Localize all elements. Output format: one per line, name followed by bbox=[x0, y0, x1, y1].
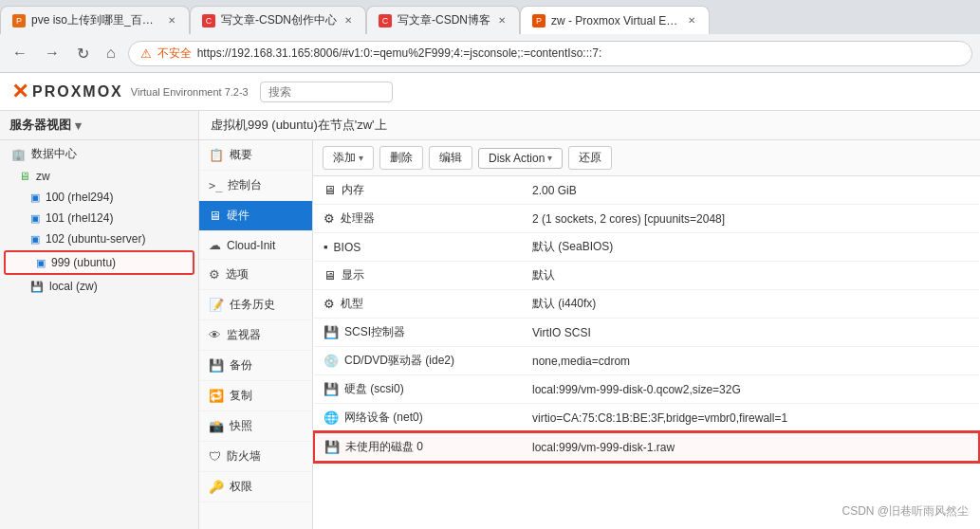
tab-close-1[interactable]: ✕ bbox=[342, 13, 354, 27]
row-name-memory: 🖥 内存 bbox=[314, 176, 523, 205]
vm-nav-snapshot[interactable]: 📸 快照 bbox=[199, 411, 312, 442]
tab-favicon-2: C bbox=[379, 14, 392, 27]
sidebar-item-vm-101-label: 101 (rhel124) bbox=[46, 211, 113, 225]
row-value-network: virtio=CA:75:C8:1B:BE:3F,bridge=vmbr0,fi… bbox=[523, 404, 979, 433]
firewall-icon: 🛡 bbox=[209, 449, 221, 464]
vm-panel: 📋 概要 >_ 控制台 🖥 硬件 ☁ Clo bbox=[199, 140, 980, 529]
add-dropdown-arrow: ▾ bbox=[359, 153, 363, 163]
vm-nav-backup[interactable]: 💾 备份 bbox=[199, 351, 312, 381]
tab-close-2[interactable]: ✕ bbox=[496, 13, 508, 27]
vm-nav-hardware[interactable]: 🖥 硬件 bbox=[199, 201, 312, 231]
hardware-rows-table: 🖥 内存 2.00 GiB bbox=[313, 176, 980, 463]
vm-nav-monitor[interactable]: 👁 监视器 bbox=[199, 320, 312, 351]
tab-close-0[interactable]: ✕ bbox=[166, 13, 177, 27]
sidebar-item-vm-999[interactable]: ▣ 999 (ubuntu) bbox=[4, 250, 194, 275]
sidebar-item-vm-100[interactable]: ▣ 100 (rhel294) bbox=[0, 187, 198, 208]
sidebar: 服务器视图 ▾ 🏢 数据中心 🖥 zw bbox=[0, 111, 199, 529]
vm-nav-permissions[interactable]: 🔑 权限 bbox=[199, 472, 312, 502]
hardware-table: 🖥 内存 2.00 GiB bbox=[313, 176, 980, 529]
sidebar-item-node-label: zw bbox=[36, 170, 50, 183]
network-icon: 🌐 bbox=[324, 410, 339, 425]
console-icon: >_ bbox=[209, 179, 222, 192]
disk-action-button[interactable]: Disk Action ▾ bbox=[478, 148, 563, 169]
vm-100-icon: ▣ bbox=[30, 192, 40, 204]
home-button[interactable]: ⌂ bbox=[102, 43, 120, 64]
row-name-bios: ▪ BIOS bbox=[314, 233, 523, 262]
backup-icon: 💾 bbox=[209, 358, 224, 373]
address-bar-row: ← → ↻ ⌂ ⚠ 不安全 https://192.168.31.165:800… bbox=[0, 34, 980, 72]
add-button[interactable]: 添加 ▾ bbox=[323, 146, 374, 170]
harddisk-icon: 💾 bbox=[324, 382, 339, 396]
replicate-icon: 🔁 bbox=[209, 389, 224, 403]
content-area: 虚拟机999 (ubuntu)在节点'zw'上 📋 概要 >_ 控制台 bbox=[199, 111, 980, 529]
row-name-harddisk: 💾 硬盘 (scsi0) bbox=[314, 375, 523, 404]
row-value-scsi: VirtIO SCSI bbox=[523, 319, 979, 347]
bios-icon: ▪ bbox=[324, 240, 328, 254]
proxmox-logo: ✕ PROXMOX Virtual Environment 7.2-3 bbox=[11, 80, 249, 104]
page-title: 虚拟机999 (ubuntu)在节点'zw'上 bbox=[211, 118, 387, 132]
detail-toolbar: 添加 ▾ 删除 编辑 Disk Action ▾ bbox=[313, 140, 980, 176]
datacenter-icon: 🏢 bbox=[11, 148, 26, 161]
vm-nav-console[interactable]: >_ 控制台 bbox=[199, 171, 312, 201]
machine-icon: ⚙ bbox=[324, 297, 335, 311]
tab-bar: P pve iso上传到哪里_百度搜索 ✕ C 写文章-CSDN创作中心 ✕ C… bbox=[0, 0, 980, 34]
sidebar-item-node-zw[interactable]: 🖥 zw bbox=[0, 166, 198, 187]
cpu-icon: ⚙ bbox=[324, 211, 335, 226]
sidebar-item-vm-102[interactable]: ▣ 102 (ubuntu-server) bbox=[0, 228, 198, 249]
back-button[interactable]: ← bbox=[8, 43, 32, 64]
vm-nav-summary-label: 概要 bbox=[230, 147, 252, 163]
vm-nav: 📋 概要 >_ 控制台 🖥 硬件 ☁ Clo bbox=[199, 140, 313, 529]
browser-tab-0[interactable]: P pve iso上传到哪里_百度搜索 ✕ bbox=[0, 6, 190, 34]
tab-label-0: pve iso上传到哪里_百度搜索 bbox=[31, 12, 160, 28]
sidebar-header-label: 服务器视图 bbox=[9, 117, 71, 134]
vm-nav-cloud-init[interactable]: ☁ Cloud-Init bbox=[199, 231, 312, 260]
tab-close-3[interactable]: ✕ bbox=[686, 13, 697, 27]
vm-nav-task-history-label: 任务历史 bbox=[230, 297, 275, 313]
sidebar-item-datacenter[interactable]: 🏢 数据中心 bbox=[0, 142, 198, 166]
vm-101-icon: ▣ bbox=[30, 212, 40, 225]
detail-panel: 添加 ▾ 删除 编辑 Disk Action ▾ bbox=[313, 140, 980, 529]
cdrom-icon: 💿 bbox=[324, 354, 339, 368]
browser-tab-3[interactable]: P zw - Proxmox Virtual Environme... ✕ bbox=[520, 6, 710, 34]
table-row: ⚙ 处理器 2 (1 sockets, 2 cores) [cpuunits=2… bbox=[314, 205, 979, 233]
tab-favicon-3: P bbox=[532, 14, 545, 27]
sidebar-section: 🏢 数据中心 🖥 zw ▣ 100 (rhel294) ▣ bbox=[0, 140, 198, 299]
search-input[interactable] bbox=[260, 82, 393, 102]
vm-nav-options[interactable]: ⚙ 选项 bbox=[199, 260, 312, 290]
sidebar-collapse-icon[interactable]: ▾ bbox=[75, 119, 82, 133]
watermark: CSDN @旧巷听雨风然尘 bbox=[841, 503, 969, 520]
table-row: 🌐 网络设备 (net0) virtio=CA:75:C8:1B:BE:3F,b… bbox=[314, 404, 979, 433]
row-value-machine: 默认 (i440fx) bbox=[523, 290, 979, 319]
browser-tab-1[interactable]: C 写文章-CSDN创作中心 ✕ bbox=[190, 6, 366, 34]
vm-999-icon: ▣ bbox=[36, 257, 46, 269]
tab-label-3: zw - Proxmox Virtual Environme... bbox=[551, 14, 680, 27]
browser-tab-2[interactable]: C 写文章-CSDN博客 ✕ bbox=[366, 6, 520, 34]
row-value-cpu: 2 (1 sockets, 2 cores) [cpuunits=2048] bbox=[523, 205, 979, 233]
delete-button[interactable]: 删除 bbox=[379, 146, 423, 170]
warning-icon: ⚠ bbox=[140, 46, 152, 61]
sidebar-item-storage-local[interactable]: 💾 local (zw) bbox=[0, 276, 198, 297]
edit-button[interactable]: 编辑 bbox=[429, 146, 472, 170]
permissions-icon: 🔑 bbox=[209, 480, 224, 494]
vm-nav-firewall[interactable]: 🛡 防火墙 bbox=[199, 442, 312, 472]
logo-version: Virtual Environment 7.2-3 bbox=[131, 86, 249, 98]
sidebar-item-vm-101[interactable]: ▣ 101 (rhel124) bbox=[0, 208, 198, 228]
summary-icon: 📋 bbox=[209, 148, 224, 162]
table-row: 🖥 显示 默认 bbox=[314, 262, 979, 290]
cloud-init-icon: ☁ bbox=[209, 238, 221, 252]
storage-icon: 💾 bbox=[30, 281, 44, 293]
row-value-harddisk: local:999/vm-999-disk-0.qcow2,size=32G bbox=[523, 375, 979, 404]
row-name-display: 🖥 显示 bbox=[314, 262, 523, 290]
row-value-display: 默认 bbox=[523, 262, 979, 290]
vm-nav-replicate[interactable]: 🔁 复制 bbox=[199, 381, 312, 411]
restore-button[interactable]: 还原 bbox=[568, 146, 612, 170]
logo-brand: PROXMOX bbox=[32, 83, 123, 100]
refresh-button[interactable]: ↻ bbox=[72, 43, 94, 64]
forward-button[interactable]: → bbox=[40, 43, 65, 64]
vm-nav-summary[interactable]: 📋 概要 bbox=[199, 140, 312, 171]
row-name-scsi: 💾 SCSI控制器 bbox=[314, 319, 523, 347]
row-value-unused-disk: local:999/vm-999-disk-1.raw bbox=[523, 432, 979, 462]
table-row: ▪ BIOS 默认 (SeaBIOS) bbox=[314, 233, 979, 262]
vm-nav-task-history[interactable]: 📝 任务历史 bbox=[199, 290, 312, 320]
address-bar[interactable]: ⚠ 不安全 https://192.168.31.165:8006/#v1:0:… bbox=[128, 41, 972, 66]
